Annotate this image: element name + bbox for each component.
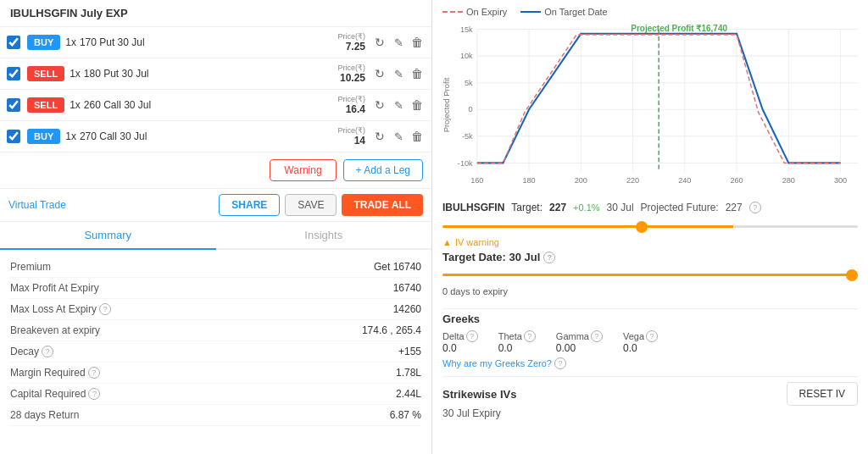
left-panel: IBULHSGFIN July EXP BUY 1x 170 Put 30 Ju… [0,0,432,454]
vega-info-icon[interactable]: ? [646,330,658,342]
add-leg-button[interactable]: + Add a Leg [343,159,423,181]
svg-text:180: 180 [522,175,535,184]
svg-text:280: 280 [782,175,795,184]
leg-qty-3: 1x [70,99,81,111]
target-price-slider[interactable] [442,225,858,228]
projected-future-value: 227 [726,202,743,213]
profit-chart: 15k 10k 5k 0 -5k -10k 160 180 200 220 24… [442,20,858,190]
svg-text:220: 220 [626,175,639,184]
summary-max-loss: Max Loss At Expiry ? 14260 [10,299,421,320]
iv-warning: ▲ IV warning [442,237,858,247]
target-label: Target: [511,202,542,213]
leg-delete-icon-3[interactable]: 🗑 [409,97,425,113]
capital-label: Capital Required ? [10,388,100,400]
save-button[interactable]: SAVE [285,194,337,216]
capital-info-icon[interactable]: ? [88,388,100,400]
leg-delete-icon-1[interactable]: 🗑 [409,35,425,50]
leg-checkbox-1[interactable] [7,36,20,49]
leg-price-container-3: Price(₹) 16.4 [338,95,366,115]
leg-edit-icon-4[interactable]: ✎ [391,129,406,144]
target-symbol: IBULHSGFIN [442,202,504,213]
theta-info-icon[interactable]: ? [524,330,536,342]
leg-refresh-icon-4[interactable]: ↻ [372,129,387,144]
leg-delete-icon-4[interactable]: 🗑 [409,129,425,144]
delta-item: Delta ? 0.0 [442,330,478,354]
leg-price-value-1: 7.25 [346,41,365,53]
why-greeks-link[interactable]: Why are my Greeks Zero? [442,358,552,368]
svg-text:Projected Profit: Projected Profit [442,77,451,132]
leg-edit-icon-3[interactable]: ✎ [391,97,406,113]
tabs: Summary Insights [0,222,431,250]
chart-area: Projected Profit ₹16,740 [442,20,858,190]
breakeven-value: 174.6 , 265.4 [362,324,421,336]
gamma-label: Gamma ? [556,330,603,342]
reset-iv-button[interactable]: RESET IV [787,382,858,406]
max-loss-value: 14260 [393,303,421,315]
target-date-slider[interactable] [442,274,858,276]
legend-target-line [520,11,541,13]
warning-button[interactable]: Warning [270,159,336,181]
max-loss-label: Max Loss At Expiry ? [10,303,111,315]
leg-name-3: 260 Call 30 Jul [84,99,338,111]
svg-text:200: 200 [575,175,587,184]
target-info-row: IBULHSGFIN Target: 227 +0.1% 30 Jul Proj… [442,202,858,213]
leg-price-value-2: 10.25 [340,72,365,84]
leg-row-1: BUY 1x 170 Put 30 Jul Price(₹) 7.25 ↻ ✎ … [0,27,431,58]
trade-all-button[interactable]: TRADE ALL [342,194,423,216]
summary-breakeven: Breakeven at expiry 174.6 , 265.4 [10,320,421,341]
legend-target-label: On Target Date [544,7,607,17]
leg-checkbox-3[interactable] [7,98,20,112]
target-slider-container [442,219,858,230]
why-greeks-info-icon[interactable]: ? [554,357,566,369]
leg-actions-2: ↻ ✎ 🗑 [372,66,425,81]
summary-max-profit: Max Profit At Expiry 16740 [10,278,421,299]
leg-name-2: 180 Put 30 Jul [84,68,338,80]
premium-label: Premium [10,261,51,273]
legend-target: On Target Date [520,7,607,17]
leg-qty-2: 1x [70,68,81,80]
gamma-item: Gamma ? 0.00 [556,330,603,354]
virtual-trade-link[interactable]: Virtual Trade [8,199,66,211]
gamma-info-icon[interactable]: ? [591,330,603,342]
target-value: 227 [549,202,566,213]
greeks-row: Delta ? 0.0 Theta ? 0.0 Gamma ? [442,330,858,354]
leg-refresh-icon-2[interactable]: ↻ [372,66,387,81]
delta-info-icon[interactable]: ? [466,330,478,342]
leg-checkbox-2[interactable] [7,67,20,80]
target-date-row: Target Date: 30 Jul ? [442,251,858,263]
max-loss-info-icon[interactable]: ? [99,303,111,315]
svg-text:5k: 5k [465,79,473,87]
leg-refresh-icon-3[interactable]: ↻ [372,97,387,113]
iv-warning-text: IV warning [455,237,499,247]
decay-info-icon[interactable]: ? [42,346,53,357]
leg-checkbox-4[interactable] [7,130,20,143]
leg-type-btn-2[interactable]: SELL [27,66,64,81]
leg-edit-icon-1[interactable]: ✎ [391,35,406,50]
target-date-info-icon[interactable]: ? [543,252,555,263]
leg-price-container-4: Price(₹) 14 [338,126,366,147]
leg-price-label-4: Price(₹) [338,126,366,135]
tab-summary[interactable]: Summary [0,222,216,250]
strikewise-title: Strikewise IVs [442,388,516,401]
tab-insights[interactable]: Insights [216,222,432,248]
summary-decay: Decay ? +155 [10,341,421,363]
leg-type-btn-1[interactable]: BUY [27,35,60,50]
share-button[interactable]: SHARE [219,194,280,216]
leg-type-btn-4[interactable]: BUY [27,129,60,144]
margin-info-icon[interactable]: ? [88,367,100,379]
leg-edit-icon-2[interactable]: ✎ [391,66,406,81]
target-date-label: Target Date: 30 Jul [442,251,540,263]
summary-capital: Capital Required ? 2.44L [10,384,421,405]
leg-delete-icon-2[interactable]: 🗑 [409,66,425,81]
warning-triangle-icon: ▲ [442,237,452,247]
gamma-value: 0.00 [556,342,603,354]
summary-content: Premium Get 16740 Max Profit At Expiry 1… [0,250,431,454]
leg-refresh-icon-1[interactable]: ↻ [372,35,387,50]
strikewise-sub: 30 Jul Expiry [442,407,858,419]
target-info-icon[interactable]: ? [749,202,761,213]
summary-margin: Margin Required ? 1.78L [10,363,421,384]
action-bar: Warning + Add a Leg [0,152,431,189]
return-label: 28 days Return [10,409,79,421]
leg-type-btn-3[interactable]: SELL [27,97,64,113]
leg-name-4: 270 Call 30 Jul [80,130,338,142]
